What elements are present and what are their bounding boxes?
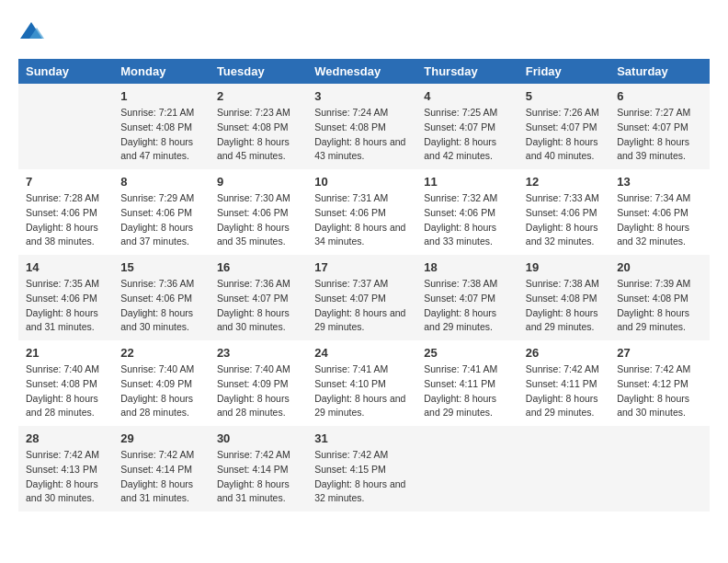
day-info: Sunrise: 7:40 AMSunset: 4:09 PMDaylight:… xyxy=(217,362,300,420)
day-info: Sunrise: 7:42 AMSunset: 4:15 PMDaylight:… xyxy=(314,448,409,506)
week-row-4: 21 Sunrise: 7:40 AMSunset: 4:08 PMDaylig… xyxy=(18,340,710,426)
day-number: 15 xyxy=(120,260,202,274)
day-number: 17 xyxy=(314,260,409,274)
day-number: 11 xyxy=(424,175,511,189)
day-cell: 4 Sunrise: 7:25 AMSunset: 4:07 PMDayligh… xyxy=(416,84,518,169)
day-info: Sunrise: 7:26 AMSunset: 4:07 PMDaylight:… xyxy=(526,106,602,164)
weekday-header-saturday: Saturday xyxy=(609,59,710,84)
day-cell: 27 Sunrise: 7:42 AMSunset: 4:12 PMDaylig… xyxy=(609,340,710,426)
day-cell: 30 Sunrise: 7:42 AMSunset: 4:14 PMDaylig… xyxy=(210,426,307,511)
day-info: Sunrise: 7:42 AMSunset: 4:11 PMDaylight:… xyxy=(526,362,602,420)
day-info: Sunrise: 7:38 AMSunset: 4:07 PMDaylight:… xyxy=(424,277,511,335)
day-number: 22 xyxy=(120,346,202,360)
weekday-header-wednesday: Wednesday xyxy=(307,59,416,84)
day-cell: 28 Sunrise: 7:42 AMSunset: 4:13 PMDaylig… xyxy=(18,426,113,511)
day-info: Sunrise: 7:31 AMSunset: 4:06 PMDaylight:… xyxy=(314,191,409,249)
day-cell xyxy=(609,426,710,511)
day-number: 12 xyxy=(526,175,602,189)
day-cell: 14 Sunrise: 7:35 AMSunset: 4:06 PMDaylig… xyxy=(18,255,113,340)
day-number: 13 xyxy=(617,175,702,189)
day-info: Sunrise: 7:30 AMSunset: 4:06 PMDaylight:… xyxy=(217,191,300,249)
day-info: Sunrise: 7:35 AMSunset: 4:06 PMDaylight:… xyxy=(26,277,106,335)
day-info: Sunrise: 7:25 AMSunset: 4:07 PMDaylight:… xyxy=(424,106,511,164)
day-cell: 6 Sunrise: 7:27 AMSunset: 4:07 PMDayligh… xyxy=(609,84,710,169)
day-info: Sunrise: 7:36 AMSunset: 4:07 PMDaylight:… xyxy=(217,277,300,335)
week-row-2: 7 Sunrise: 7:28 AMSunset: 4:06 PMDayligh… xyxy=(18,169,710,255)
day-info: Sunrise: 7:42 AMSunset: 4:14 PMDaylight:… xyxy=(217,448,300,506)
day-info: Sunrise: 7:42 AMSunset: 4:14 PMDaylight:… xyxy=(120,448,202,506)
day-number: 30 xyxy=(217,431,300,445)
day-number: 5 xyxy=(526,89,602,103)
day-cell: 21 Sunrise: 7:40 AMSunset: 4:08 PMDaylig… xyxy=(18,340,113,426)
weekday-header-friday: Friday xyxy=(518,59,609,84)
day-cell: 15 Sunrise: 7:36 AMSunset: 4:06 PMDaylig… xyxy=(113,255,210,340)
day-cell: 11 Sunrise: 7:32 AMSunset: 4:06 PMDaylig… xyxy=(416,169,518,255)
day-cell: 29 Sunrise: 7:42 AMSunset: 4:14 PMDaylig… xyxy=(113,426,210,511)
day-cell: 25 Sunrise: 7:41 AMSunset: 4:11 PMDaylig… xyxy=(416,340,518,426)
day-cell: 1 Sunrise: 7:21 AMSunset: 4:08 PMDayligh… xyxy=(113,84,210,169)
day-number: 31 xyxy=(314,431,409,445)
day-cell: 26 Sunrise: 7:42 AMSunset: 4:11 PMDaylig… xyxy=(518,340,609,426)
day-number: 7 xyxy=(26,175,106,189)
day-number: 6 xyxy=(617,89,702,103)
day-cell: 16 Sunrise: 7:36 AMSunset: 4:07 PMDaylig… xyxy=(210,255,307,340)
day-cell: 9 Sunrise: 7:30 AMSunset: 4:06 PMDayligh… xyxy=(210,169,307,255)
day-number: 24 xyxy=(314,346,409,360)
day-number: 3 xyxy=(314,89,409,103)
calendar-body: 1 Sunrise: 7:21 AMSunset: 4:08 PMDayligh… xyxy=(18,84,710,511)
weekday-header-thursday: Thursday xyxy=(416,59,518,84)
day-number: 9 xyxy=(217,175,300,189)
day-number: 8 xyxy=(120,175,202,189)
day-number: 2 xyxy=(217,89,300,103)
day-cell: 17 Sunrise: 7:37 AMSunset: 4:07 PMDaylig… xyxy=(307,255,416,340)
weekday-header-sunday: Sunday xyxy=(18,59,113,84)
day-info: Sunrise: 7:42 AMSunset: 4:13 PMDaylight:… xyxy=(26,448,106,506)
day-number: 29 xyxy=(120,431,202,445)
day-info: Sunrise: 7:39 AMSunset: 4:08 PMDaylight:… xyxy=(617,277,702,335)
day-number: 1 xyxy=(120,89,202,103)
day-info: Sunrise: 7:24 AMSunset: 4:08 PMDaylight:… xyxy=(314,106,409,164)
day-info: Sunrise: 7:34 AMSunset: 4:06 PMDaylight:… xyxy=(617,191,702,249)
day-cell xyxy=(518,426,609,511)
day-cell: 18 Sunrise: 7:38 AMSunset: 4:07 PMDaylig… xyxy=(416,255,518,340)
day-number: 19 xyxy=(526,260,602,274)
day-cell: 12 Sunrise: 7:33 AMSunset: 4:06 PMDaylig… xyxy=(518,169,609,255)
day-number: 10 xyxy=(314,175,409,189)
day-number: 4 xyxy=(424,89,511,103)
week-row-1: 1 Sunrise: 7:21 AMSunset: 4:08 PMDayligh… xyxy=(18,84,710,169)
day-info: Sunrise: 7:27 AMSunset: 4:07 PMDaylight:… xyxy=(617,106,702,164)
page-header xyxy=(18,18,710,44)
logo xyxy=(18,18,48,44)
day-cell: 31 Sunrise: 7:42 AMSunset: 4:15 PMDaylig… xyxy=(307,426,416,511)
day-number: 28 xyxy=(26,431,106,445)
day-cell: 24 Sunrise: 7:41 AMSunset: 4:10 PMDaylig… xyxy=(307,340,416,426)
day-info: Sunrise: 7:38 AMSunset: 4:08 PMDaylight:… xyxy=(526,277,602,335)
weekday-header-monday: Monday xyxy=(113,59,210,84)
day-info: Sunrise: 7:23 AMSunset: 4:08 PMDaylight:… xyxy=(217,106,300,164)
day-number: 16 xyxy=(217,260,300,274)
day-info: Sunrise: 7:41 AMSunset: 4:11 PMDaylight:… xyxy=(424,362,511,420)
day-info: Sunrise: 7:28 AMSunset: 4:06 PMDaylight:… xyxy=(26,191,106,249)
day-cell: 23 Sunrise: 7:40 AMSunset: 4:09 PMDaylig… xyxy=(210,340,307,426)
week-row-3: 14 Sunrise: 7:35 AMSunset: 4:06 PMDaylig… xyxy=(18,255,710,340)
day-number: 23 xyxy=(217,346,300,360)
day-info: Sunrise: 7:40 AMSunset: 4:09 PMDaylight:… xyxy=(120,362,202,420)
day-info: Sunrise: 7:32 AMSunset: 4:06 PMDaylight:… xyxy=(424,191,511,249)
day-number: 26 xyxy=(526,346,602,360)
day-info: Sunrise: 7:40 AMSunset: 4:08 PMDaylight:… xyxy=(26,362,106,420)
day-info: Sunrise: 7:37 AMSunset: 4:07 PMDaylight:… xyxy=(314,277,409,335)
calendar-table: SundayMondayTuesdayWednesdayThursdayFrid… xyxy=(18,59,710,511)
day-number: 14 xyxy=(26,260,106,274)
day-info: Sunrise: 7:36 AMSunset: 4:06 PMDaylight:… xyxy=(120,277,202,335)
day-cell: 10 Sunrise: 7:31 AMSunset: 4:06 PMDaylig… xyxy=(307,169,416,255)
logo-icon xyxy=(18,18,44,44)
day-cell: 13 Sunrise: 7:34 AMSunset: 4:06 PMDaylig… xyxy=(609,169,710,255)
calendar-header: SundayMondayTuesdayWednesdayThursdayFrid… xyxy=(18,59,710,84)
weekday-row: SundayMondayTuesdayWednesdayThursdayFrid… xyxy=(18,59,710,84)
day-cell: 19 Sunrise: 7:38 AMSunset: 4:08 PMDaylig… xyxy=(518,255,609,340)
day-cell: 7 Sunrise: 7:28 AMSunset: 4:06 PMDayligh… xyxy=(18,169,113,255)
day-cell: 8 Sunrise: 7:29 AMSunset: 4:06 PMDayligh… xyxy=(113,169,210,255)
day-cell: 22 Sunrise: 7:40 AMSunset: 4:09 PMDaylig… xyxy=(113,340,210,426)
day-number: 18 xyxy=(424,260,511,274)
day-cell xyxy=(416,426,518,511)
